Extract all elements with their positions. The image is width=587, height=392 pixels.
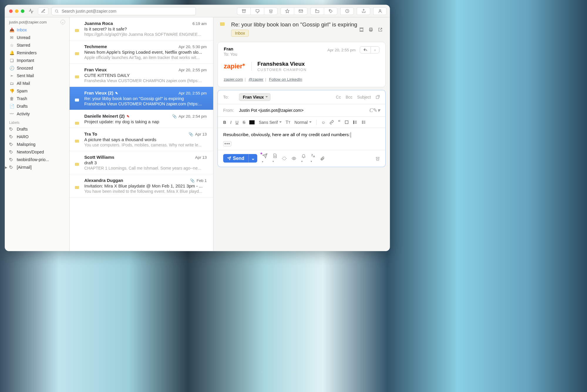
- label-item[interactable]: Drafts: [5, 125, 69, 133]
- attach-icon[interactable]: [320, 156, 325, 161]
- link-linkedin[interactable]: Follow on LinkedIn: [269, 77, 302, 82]
- sidebar-item-starred[interactable]: ☆Starred: [5, 41, 69, 49]
- magic-icon[interactable]: [282, 156, 287, 161]
- delete-button[interactable]: [264, 7, 277, 15]
- message-row[interactable]: Fran Vieux (2)✎Apr 20, 2:55 pmRe: your l…: [70, 87, 213, 110]
- translate-icon[interactable]: ▾: [311, 153, 315, 163]
- link-site[interactable]: zapier.com: [224, 77, 243, 82]
- attachment-icon: 📎: [189, 132, 193, 136]
- bullet-list-button[interactable]: [361, 120, 366, 124]
- folder-tag[interactable]: Inbox: [231, 30, 249, 37]
- search-field[interactable]: [51, 7, 196, 15]
- tracking-icon[interactable]: [291, 156, 297, 161]
- minimize-window[interactable]: [15, 9, 18, 13]
- font-family-select[interactable]: Sans Serif: [259, 120, 282, 125]
- label-item[interactable]: Newton/Doped: [5, 148, 69, 156]
- compose-from-row: From: Justin Pot <justin.pot@zapier.com>…: [218, 104, 385, 117]
- label-item[interactable]: HARO: [5, 133, 69, 141]
- reply-button[interactable]: ⌄: [360, 46, 379, 53]
- activity-icon[interactable]: [27, 7, 35, 15]
- card-to: To: You: [224, 52, 237, 57]
- compose-body[interactable]: Resubscribe, obviously, here are all of …: [218, 128, 385, 140]
- send-button[interactable]: Send ⌄: [223, 154, 257, 163]
- compose-button[interactable]: [38, 7, 48, 15]
- signature-picker-icon[interactable]: C✎▾: [369, 107, 380, 114]
- sidebar-item-reminders[interactable]: 🔔Reminders: [5, 49, 69, 57]
- subject-button[interactable]: Subject: [357, 95, 371, 99]
- send-options-chevron-icon[interactable]: ⌄: [248, 154, 257, 163]
- message-row[interactable]: Tra To📎Apr 13A picture that says a thous…: [70, 128, 213, 151]
- account-header[interactable]: justin.pot@zapier.com ⌄: [5, 17, 69, 26]
- message-row[interactable]: Fran VieuxApr 20, 2:55 pmCUTE KITTENS DA…: [70, 64, 213, 87]
- zoom-window[interactable]: [21, 9, 24, 13]
- message-row[interactable]: Alexandra Duggan📎Feb 1Invitation: Mira X…: [70, 174, 213, 197]
- close-window[interactable]: [9, 9, 13, 13]
- send-later-icon[interactable]: ▾: [262, 153, 268, 164]
- tag-icon: [9, 158, 14, 162]
- reminder-icon[interactable]: ▾: [301, 153, 306, 163]
- message-row[interactable]: Scott WilliamsApr 13draft 3CHAPTER 1 Loo…: [70, 151, 213, 174]
- link-button[interactable]: [329, 120, 334, 124]
- print-icon[interactable]: [369, 27, 373, 32]
- code-button[interactable]: [344, 120, 349, 124]
- titlebar: [5, 5, 390, 17]
- popout-icon[interactable]: [378, 27, 383, 32]
- discard-draft-icon[interactable]: [375, 156, 380, 161]
- sidebar-item-trash[interactable]: 🗑Trash: [5, 95, 69, 102]
- font-size-select[interactable]: Normal: [295, 120, 312, 125]
- bcc-button[interactable]: Bcc: [346, 95, 352, 99]
- template-icon[interactable]: ▾: [273, 153, 277, 163]
- text-color-button[interactable]: [249, 120, 255, 124]
- quote-button[interactable]: “: [338, 119, 340, 125]
- message-row[interactable]: Juanma Roca6:19 amIs it secret? Is it sa…: [70, 17, 213, 40]
- sidebar-item-inbox[interactable]: 📥Inbox: [5, 26, 69, 34]
- sidebar-item-sent-mail[interactable]: ➣Sent Mail: [5, 72, 69, 80]
- star-button[interactable]: [280, 7, 294, 15]
- svg-point-9: [379, 10, 381, 11]
- quoted-text-toggle[interactable]: •••: [223, 141, 231, 146]
- label-item[interactable]: twobird/low-prio...: [5, 156, 69, 163]
- message-from: Fran Vieux (2)✎: [84, 90, 118, 95]
- svg-point-30: [362, 121, 363, 121]
- unread-button[interactable]: [294, 7, 307, 15]
- sidebar-item-unread[interactable]: ✉︎Unread: [5, 34, 69, 41]
- category-dot-icon: [75, 99, 79, 102]
- label-item[interactable]: Mailspring: [5, 141, 69, 148]
- strike-button[interactable]: S: [243, 120, 245, 125]
- recipient-chip[interactable]: Fran Vieux: [239, 93, 270, 101]
- sidebar-item-important[interactable]: ❏Important: [5, 57, 69, 64]
- search-input[interactable]: [61, 9, 193, 14]
- emoji-button[interactable]: ☺: [321, 120, 325, 125]
- numbered-list-button[interactable]: 123: [353, 120, 357, 124]
- move-button[interactable]: [310, 7, 324, 15]
- window-mode-icon[interactable]: [359, 27, 364, 32]
- cc-button[interactable]: Cc: [336, 95, 341, 99]
- sidebar-item-drafts[interactable]: 📄Drafts: [5, 102, 69, 110]
- timing-group: [340, 7, 354, 15]
- archive-button[interactable]: [237, 7, 250, 15]
- from-value[interactable]: Justin Pot <justin.pot@zapier.com>: [239, 108, 304, 113]
- link-twitter[interactable]: @zapier: [249, 77, 263, 82]
- bold-button[interactable]: B: [223, 120, 226, 125]
- share-group: [357, 7, 370, 15]
- sidebar-item-activity[interactable]: 〰︎Activity: [5, 110, 69, 118]
- sidebar-item-spam[interactable]: 👎Spam: [5, 87, 69, 95]
- snooze-button[interactable]: [340, 7, 354, 15]
- svg-point-0: [55, 10, 58, 12]
- underline-button[interactable]: U: [236, 120, 238, 125]
- popout-compose-icon[interactable]: [376, 95, 380, 99]
- sidebar-item-label: Important: [17, 58, 34, 63]
- label-button[interactable]: [324, 7, 337, 15]
- label-item[interactable]: ▶[Airmail]: [5, 163, 69, 171]
- message-row[interactable]: Danielle Meinert (2)✎📎Apr 20, 2:54 pmPro…: [70, 110, 213, 128]
- reply-chevron-icon: ⌄: [371, 47, 379, 53]
- italic-button[interactable]: I: [230, 120, 231, 125]
- sidebar-item-all-mail[interactable]: 🗂All Mail: [5, 80, 69, 87]
- sidebar-item-snoozed[interactable]: 🕘Snoozed: [5, 64, 69, 72]
- message-list[interactable]: Juanma Roca6:19 amIs it secret? Is it sa…: [70, 17, 213, 251]
- message-row[interactable]: TechmemeApr 20, 5:30 pmNews from Apple's…: [70, 40, 213, 64]
- share-button[interactable]: [357, 7, 370, 15]
- dislike-button[interactable]: [250, 7, 264, 15]
- account-button[interactable]: [373, 7, 387, 15]
- message-date: 📎Apr 13: [189, 132, 207, 136]
